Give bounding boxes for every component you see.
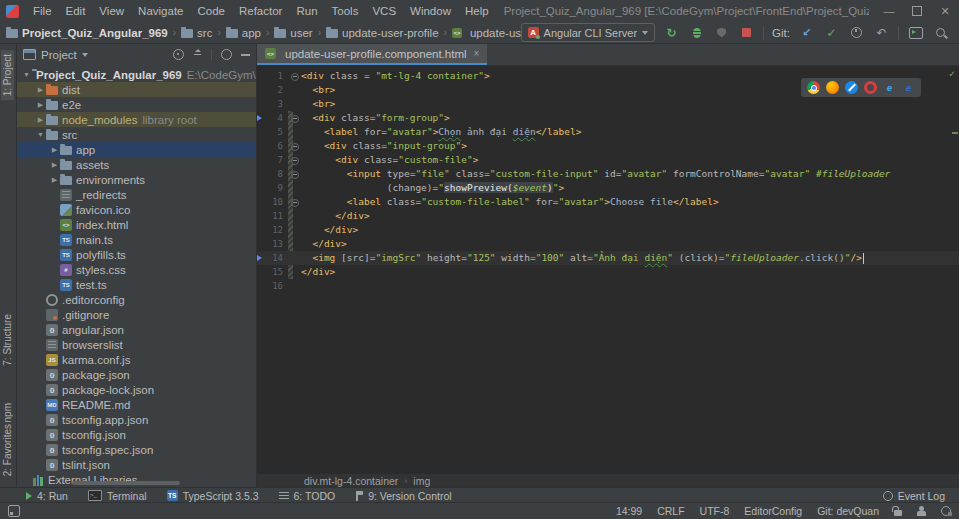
fold-icon[interactable] [291,143,299,151]
tree-item-index-html[interactable]: <>index.html [17,217,256,232]
menu-item-view[interactable]: View [92,0,131,22]
locate-file-icon[interactable] [173,49,184,60]
tree-item-package-json[interactable]: {}package.json [17,367,256,382]
maximize-icon[interactable] [903,0,931,22]
code-line-14[interactable]: 14 <img [src]="imgSrc" height="125" widt… [257,251,959,265]
toolwindow-button-ts[interactable]: TSTypeScript 3.5.3 [167,490,259,502]
close-icon[interactable]: ✕ [931,0,959,22]
run-anything-button[interactable] [907,24,924,41]
tree-item-environments[interactable]: ▶environments [17,172,256,187]
tree-expand-right-icon[interactable]: ▶ [35,86,46,94]
fold-icon[interactable] [291,73,299,81]
tree-expand-right-icon[interactable]: ▶ [35,116,46,124]
tree-item-polyfills-ts[interactable]: TSpolyfills.ts [17,247,256,262]
tree-expand-right-icon[interactable]: ▶ [49,161,60,169]
tree-item-main-ts[interactable]: TSmain.ts [17,232,256,247]
code-editor[interactable]: ✓ e e 1<div class = "mt-lg-4 container">… [257,66,959,474]
git-commit-button[interactable]: ✓ [823,24,840,41]
tree-item-tslint-json[interactable]: {}tslint.json [17,457,256,472]
toolwindow-button-run[interactable]: 4: Run [26,490,68,502]
git-branch[interactable]: Git: devQuan [817,505,879,517]
menu-item-code[interactable]: Code [190,0,232,22]
menu-item-edit[interactable]: Edit [59,0,93,22]
tree-item-package-lock-json[interactable]: {}package-lock.json [17,382,256,397]
chevron-down-icon[interactable] [82,53,88,57]
gear-icon[interactable] [221,49,232,60]
toolwindow-button-project[interactable]: 1: Project [1,50,14,100]
toolwindow-button-structure[interactable]: 7: Structure [1,310,14,370]
tree-item-project-quiz-angular-969[interactable]: ▼Project_Quiz_Angular_969E:\CodeGym\Proj… [17,67,256,82]
code-line-7[interactable]: 7 <div class="custom-file"> [257,153,959,167]
caret-position[interactable]: 14:99 [616,505,642,517]
breadcrumb-item[interactable]: Project_Quiz_Angular_969 [6,27,168,39]
lock-icon[interactable] [894,510,902,516]
menu-item-run[interactable]: Run [289,0,324,22]
event-log-button[interactable]: Event Log [883,490,945,502]
rollback-button[interactable]: ↶ [873,24,890,41]
tree-item-browserslist[interactable]: browserslist [17,337,256,352]
tree-item-e2e[interactable]: ▶e2e [17,97,256,112]
tree-item-tsconfig-app-json[interactable]: {}tsconfig.app.json [17,412,256,427]
code-line-12[interactable]: 12 </div> [257,223,959,237]
file-encoding[interactable]: UTF-8 [700,505,730,517]
fold-icon[interactable] [291,115,299,123]
fold-icon[interactable] [291,157,299,165]
code-line-9[interactable]: 9 (change)="showPreview($event)"> [257,181,959,195]
tree-item-karma-conf-js[interactable]: JSkarma.conf.js [17,352,256,367]
tree-item-src[interactable]: ▼src [17,127,256,142]
tree-item-styles-css[interactable]: #styles.css [17,262,256,277]
menu-item-refactor[interactable]: Refactor [232,0,289,22]
breadcrumb-item[interactable]: src [181,27,212,39]
tree-expand-right-icon[interactable]: ▶ [49,146,60,154]
menu-item-navigate[interactable]: Navigate [131,0,190,22]
debug-button[interactable] [688,24,705,41]
tree-expand-down-icon[interactable]: ▼ [21,71,32,78]
highlighting-level-icon[interactable] [917,511,926,516]
editor-breadcrumb-item[interactable]: img [413,475,430,487]
code-line-11[interactable]: 11 </div> [257,209,959,223]
breadcrumb-item[interactable]: update-user-profile [326,27,439,39]
code-line-13[interactable]: 13 </div> [257,237,959,251]
tree-expand-right-icon[interactable]: ▶ [49,176,60,184]
tree-item-test-ts[interactable]: TStest.ts [17,277,256,292]
toolwindow-button-favorites[interactable]: 2: Favorites [1,420,14,480]
tree-item--editorconfig[interactable]: .editorconfig [17,292,256,307]
close-icon[interactable]: × [474,48,480,59]
code-line-2[interactable]: 2 <br> [257,83,959,97]
tree-item-node-modules[interactable]: ▶node_moduleslibrary root [17,112,256,127]
tree-item-tsconfig-json[interactable]: {}tsconfig.json [17,427,256,442]
code-line-1[interactable]: 1<div class = "mt-lg-4 container"> [257,69,959,83]
code-line-5[interactable]: 5 <label for="avatar">Chọn ảnh đại diện<… [257,125,959,139]
breadcrumb-item[interactable]: <>update-user-profile.component.html [452,27,521,39]
tree-item-assets[interactable]: ▶assets [17,157,256,172]
minimize-icon[interactable]: — [875,0,903,22]
tree-item-favicon-ico[interactable]: favicon.ico [17,202,256,217]
menu-item-tools[interactable]: Tools [325,0,366,22]
code-line-15[interactable]: 15</div> [257,265,959,279]
breadcrumb-item[interactable]: user [274,27,312,39]
tree-item-angular-json[interactable]: {}angular.json [17,322,256,337]
horizontal-scrollbar[interactable] [72,481,180,485]
fold-icon[interactable] [291,199,299,207]
fold-icon[interactable] [291,171,299,179]
code-line-6[interactable]: 6 <div class="input-group"> [257,139,959,153]
code-line-3[interactable]: 3 <br> [257,97,959,111]
code-line-4[interactable]: 4 <div class="form-group"> [257,111,959,125]
hide-panel-icon[interactable] [241,54,250,56]
code-line-10[interactable]: 10 <label class="custom-file-label" for=… [257,195,959,209]
project-panel-title[interactable]: Project [41,49,77,61]
stop-button[interactable] [738,24,755,41]
code-line-16[interactable]: 16 [257,279,959,293]
search-everywhere-button[interactable] [932,24,949,41]
tree-expand-down-icon[interactable]: ▼ [35,131,46,138]
collapse-all-icon[interactable] [193,50,202,59]
git-update-button[interactable]: ↙ [798,24,815,41]
menu-item-window[interactable]: Window [403,0,458,22]
run-configuration-select[interactable]: A Angular CLI Server [521,23,656,42]
toolwindow-button-vcs[interactable]: 9: Version Control [355,490,451,502]
toolwindow-button-todo[interactable]: 6: TODO [279,490,336,502]
menu-item-help[interactable]: Help [458,0,496,22]
editorconfig-indicator[interactable]: EditorConfig [744,505,802,517]
coverage-button[interactable] [713,24,730,41]
tree-item--redirects[interactable]: _redirects [17,187,256,202]
